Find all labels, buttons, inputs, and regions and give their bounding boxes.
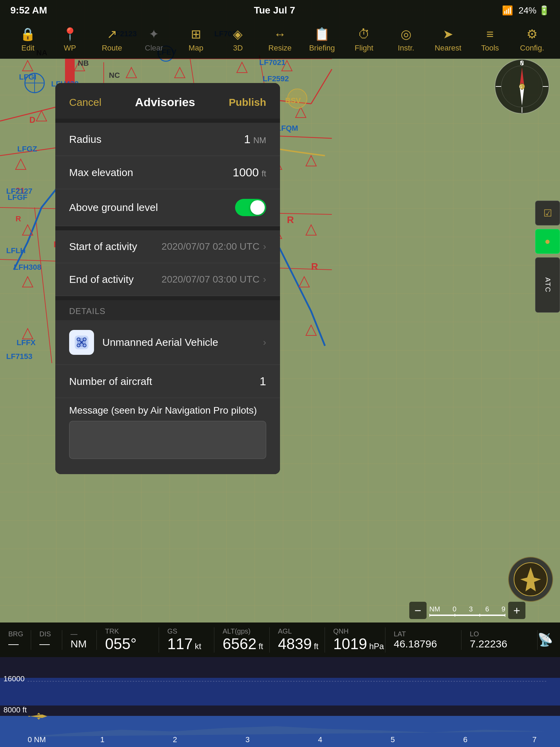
toolbar-instr-label: Instr. (398, 44, 414, 53)
x-label-2: 2 (173, 735, 177, 744)
scale-6: 6 (485, 605, 489, 613)
svg-marker-34 (22, 225, 33, 235)
start-activity-label: Start of activity (69, 241, 137, 252)
message-input[interactable] (69, 421, 266, 459)
radius-row[interactable]: Radius 1 NM (55, 123, 280, 156)
scale-bar: − NM 0 3 6 9 + (409, 602, 525, 619)
zoom-in-button[interactable]: + (508, 602, 525, 619)
svg-marker-18 (175, 67, 185, 78)
toolbar-wp-label: WP (64, 44, 76, 53)
map-label-lf2592: LF2592 (263, 74, 289, 83)
battery-indicator: 24% 🔋 (519, 5, 550, 16)
radius-unit: NM (253, 136, 266, 145)
max-elevation-row[interactable]: Max elevation 1000 ft (55, 156, 280, 189)
above-ground-row: Above ground level (55, 189, 280, 226)
toolbar-instr[interactable]: ◎ Instr. (391, 27, 422, 53)
toolbar-wp[interactable]: 📍 WP (54, 27, 85, 53)
trk-value: 055° (105, 635, 137, 653)
start-activity-row[interactable]: Start of activity 2020/07/07 02:00 UTC › (55, 230, 280, 263)
svg-point-91 (81, 341, 83, 344)
scale-unit: NM (429, 605, 440, 613)
toolbar-route[interactable]: ↗ Route (96, 27, 128, 53)
svg-text:G: G (519, 85, 522, 89)
above-ground-label: Above ground level (69, 202, 158, 213)
toolbar-tools-label: Tools (481, 44, 499, 53)
toolbar-config[interactable]: ⚙ Config. (516, 27, 548, 53)
toolbar-tools[interactable]: ≡ Tools (475, 27, 506, 53)
atc-button[interactable]: ATC (535, 257, 560, 313)
map-label-lf7153: LF7153 (6, 352, 32, 361)
svg-line-12 (35, 208, 52, 363)
battery-icon: 🔋 (539, 5, 550, 16)
modal-title: Advisories (135, 95, 195, 109)
dis-label: DIS (39, 630, 51, 638)
cancel-button[interactable]: Cancel (69, 96, 101, 108)
svg-marker-27 (16, 159, 26, 169)
zoom-out-button[interactable]: − (409, 602, 427, 619)
message-label: Message (seen by Air Navigation Pro pilo… (69, 405, 266, 416)
flight-icon: ⏱ (358, 27, 370, 42)
modal-header: Cancel Advisories Publish (55, 83, 280, 119)
map-label-lf7021: LF7021 (259, 58, 286, 67)
threed-icon: ◈ (233, 27, 243, 42)
details-section-label: DETAILS (69, 306, 105, 316)
end-chevron-icon: › (263, 274, 266, 285)
svg-text:R: R (16, 214, 21, 223)
toolbar-clear[interactable]: ✦ Clear (138, 27, 169, 53)
alt-16000-label: 16000 (3, 674, 25, 683)
above-ground-toggle[interactable] (235, 199, 266, 216)
svg-marker-15 (22, 61, 33, 71)
toolbar-edit-label: Edit (21, 44, 35, 53)
agl-value: 4839 (278, 635, 312, 653)
nm-dash-label: — (71, 630, 77, 638)
toolbar-resize-label: Resize (268, 44, 291, 53)
num-aircraft-value: 1 (260, 375, 266, 388)
map-label-nc: NC (109, 71, 120, 80)
publish-button[interactable]: Publish (229, 96, 266, 108)
aircraft-position-button[interactable] (508, 557, 553, 602)
radius-label: Radius (69, 133, 101, 145)
toolbar-3d-label: 3D (233, 44, 243, 53)
elevation-profile: Ahead of you Max: 2,600 ft 16000 8000 ft… (0, 657, 560, 747)
svg-marker-40 (306, 225, 316, 235)
x-label-5: 5 (391, 735, 395, 744)
gs-value: 117 (167, 635, 193, 653)
max-elevation-label: Max elevation (69, 167, 133, 178)
compass[interactable]: N G (494, 59, 550, 114)
x-label-1: 1 (100, 735, 104, 744)
toolbar-edit[interactable]: 🔒 Edit (12, 27, 44, 53)
qnh-unit: hPa (369, 642, 384, 651)
toolbar-map[interactable]: ⊞ Map (180, 27, 212, 53)
toolbar-briefing[interactable]: 📋 Briefing (306, 27, 337, 53)
end-activity-row[interactable]: End of activity 2020/07/07 03:00 UTC › (55, 263, 280, 296)
x-label-3: 3 (245, 735, 250, 744)
svg-marker-26 (296, 107, 306, 118)
battery-percent: 24% (519, 5, 536, 16)
brg-value: — (8, 638, 19, 650)
toolbar-briefing-label: Briefing (309, 44, 335, 53)
gs-unit: kt (195, 642, 201, 651)
toolbar-nearest[interactable]: ➤ Nearest (432, 27, 464, 53)
profile-aircraft-icon (28, 711, 49, 723)
scale-0: 0 (452, 605, 456, 613)
svg-marker-46 (299, 277, 309, 287)
max-elevation-unit: ft (262, 169, 266, 178)
map-label-lfh308: LFH308 (14, 263, 41, 272)
svg-rect-79 (0, 678, 560, 706)
nm-value: NM (71, 638, 87, 650)
checklist-button[interactable]: ☑ (535, 201, 560, 225)
end-activity-label: End of activity (69, 274, 134, 285)
num-aircraft-label: Number of aircraft (69, 376, 152, 387)
x-label-7: 7 (532, 735, 536, 744)
x-label-4: 4 (318, 735, 322, 744)
svg-marker-47 (22, 329, 33, 339)
svg-line-2 (311, 69, 332, 104)
toolbar-resize[interactable]: ↔ Resize (264, 27, 296, 53)
toolbar-flight[interactable]: ⏱ Flight (348, 27, 380, 53)
toolbar-3d[interactable]: ◈ 3D (222, 27, 253, 53)
start-activity-value: 2020/07/07 02:00 UTC (161, 241, 259, 252)
num-aircraft-row[interactable]: Number of aircraft 1 (55, 365, 280, 398)
uav-row[interactable]: Unmanned Aerial Vehicle › (55, 320, 280, 365)
trk-label: TRK (105, 627, 119, 635)
route-icon: ↗ (107, 27, 117, 42)
